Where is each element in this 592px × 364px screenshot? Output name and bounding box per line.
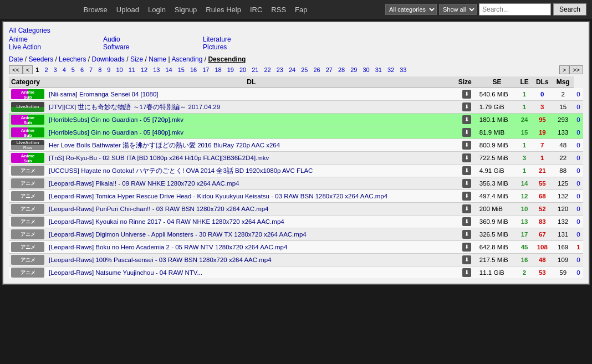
- cat-pictures[interactable]: Pictures: [203, 43, 227, 51]
- download-icon[interactable]: ⬇: [462, 90, 471, 99]
- category-badge[interactable]: アニメ: [11, 191, 44, 201]
- page-num-17[interactable]: 17: [200, 65, 212, 74]
- page-num-8[interactable]: 8: [95, 65, 104, 74]
- download-icon[interactable]: ⬇: [462, 217, 471, 226]
- download-icon[interactable]: ⬇: [462, 230, 471, 239]
- download-icon[interactable]: ⬇: [462, 128, 471, 137]
- search-button[interactable]: Search: [553, 3, 586, 16]
- sort-date[interactable]: Date: [9, 55, 23, 63]
- category-badge[interactable]: アニメ: [11, 268, 44, 278]
- download-icon[interactable]: ⬇: [462, 255, 471, 264]
- torrent-name-link[interactable]: [Leopard-Raws] Tomica Hyper Rescue Drive…: [49, 193, 387, 199]
- nav-browse[interactable]: Browse: [83, 6, 107, 14]
- category-badge[interactable]: Anime Sub: [11, 89, 44, 99]
- torrent-name-link[interactable]: [Leopard-Raws] PuriPuri Chii-chan!! - 03…: [49, 206, 269, 212]
- cat-audio[interactable]: Audio: [103, 35, 120, 43]
- page-num-28[interactable]: 28: [335, 65, 348, 74]
- torrent-name-link[interactable]: [Leopard-Raws] Boku no Hero Academia 2 -…: [49, 244, 287, 250]
- page-num-16[interactable]: 16: [187, 65, 200, 74]
- category-badge[interactable]: LiveAction: [11, 102, 44, 112]
- category-badge[interactable]: アニメ: [11, 229, 44, 239]
- page-num-32[interactable]: 32: [385, 65, 397, 74]
- cat-liveaction[interactable]: Live Action: [9, 43, 41, 51]
- torrent-name-link[interactable]: [JTV][CX] 世にも奇妙な物語 ～17春の特別編～ 2017.04.29: [49, 104, 220, 110]
- category-badge[interactable]: アニメ: [11, 178, 44, 188]
- show-select[interactable]: Show all: [439, 4, 477, 15]
- category-badge[interactable]: Anime Sub: [11, 153, 44, 163]
- nav-rules-help[interactable]: Rules Help: [206, 6, 241, 14]
- category-badge[interactable]: アニメ: [11, 255, 44, 265]
- page-num-7[interactable]: 7: [86, 65, 95, 74]
- nav-signup[interactable]: Signup: [175, 6, 197, 14]
- page-num-19[interactable]: 19: [224, 65, 237, 74]
- page-num-12[interactable]: 12: [138, 65, 150, 74]
- page-num-33[interactable]: 33: [397, 65, 409, 74]
- page-num-13[interactable]: 13: [150, 65, 162, 74]
- sort-ascending[interactable]: Ascending: [171, 55, 202, 63]
- category-badge[interactable]: アニメ: [11, 204, 44, 214]
- page-first[interactable]: <<: [9, 65, 23, 74]
- sort-leechers[interactable]: Leechers: [59, 55, 86, 63]
- page-num-1[interactable]: 1: [33, 65, 42, 74]
- page-num-4[interactable]: 4: [60, 65, 69, 74]
- page-num-22[interactable]: 22: [261, 65, 273, 74]
- page-prev[interactable]: <: [23, 65, 33, 74]
- download-icon[interactable]: ⬇: [462, 192, 471, 201]
- category-badge[interactable]: LiveAction Raw: [11, 140, 44, 150]
- nav-fap[interactable]: Fap: [295, 6, 307, 14]
- download-icon[interactable]: ⬇: [462, 179, 471, 188]
- torrent-name-link[interactable]: [Leopard-Raws] Kyoukai no Rinne 2017 - 0…: [49, 218, 284, 225]
- download-icon[interactable]: ⬇: [462, 153, 471, 162]
- page-num-24[interactable]: 24: [286, 65, 298, 74]
- page-num-9[interactable]: 9: [104, 65, 113, 74]
- page-num-20[interactable]: 20: [237, 65, 249, 74]
- download-icon[interactable]: ⬇: [462, 243, 471, 252]
- category-badge[interactable]: アニメ: [11, 242, 44, 252]
- download-icon[interactable]: ⬇: [462, 204, 471, 213]
- download-icon[interactable]: ⬇: [462, 268, 471, 277]
- cat-software[interactable]: Software: [103, 43, 129, 51]
- page-num-26[interactable]: 26: [310, 65, 323, 74]
- category-badge[interactable]: アニメ: [11, 166, 44, 176]
- nav-login[interactable]: Login: [148, 6, 166, 14]
- page-num-6[interactable]: 6: [78, 65, 86, 74]
- torrent-name-link[interactable]: [HorribleSubs] Gin no Guardian - 05 [480…: [49, 129, 183, 136]
- cat-literature[interactable]: Literature: [203, 35, 231, 43]
- search-input[interactable]: [479, 3, 551, 16]
- page-num-3[interactable]: 3: [51, 65, 60, 74]
- sort-seeders[interactable]: Seeders: [28, 55, 53, 63]
- page-last[interactable]: >>: [569, 65, 583, 74]
- page-num-25[interactable]: 25: [298, 65, 310, 74]
- cat-anime[interactable]: Anime: [9, 35, 28, 43]
- sort-size[interactable]: Size: [130, 55, 143, 63]
- download-icon[interactable]: ⬇: [462, 102, 471, 111]
- nav-irc[interactable]: IRC: [250, 6, 262, 14]
- page-num-11[interactable]: 11: [126, 65, 138, 74]
- torrent-name-link[interactable]: Her Love Boils Bathwater 湯を沸かすほどの熱い愛 201…: [49, 142, 280, 148]
- page-num-27[interactable]: 27: [323, 65, 335, 74]
- page-num-10[interactable]: 10: [113, 65, 125, 74]
- page-num-31[interactable]: 31: [372, 65, 385, 74]
- torrent-name-link[interactable]: [HorribleSubs] Gin no Guardian - 05 [720…: [49, 116, 183, 123]
- torrent-name-link[interactable]: [Leopard-Raws] 100% Pascal-sensei - 03 R…: [49, 257, 272, 263]
- page-num-23[interactable]: 23: [274, 65, 286, 74]
- download-icon[interactable]: ⬇: [462, 141, 471, 150]
- torrent-name-link[interactable]: [Nii-sama] Eromanga Sensei 04 [1080]: [49, 91, 159, 98]
- download-icon[interactable]: ⬇: [462, 166, 471, 175]
- category-select[interactable]: All categories: [385, 4, 437, 15]
- torrent-name-link[interactable]: [UCCUSS] Hayate no Gotoku! ハヤテのごとく! OVA …: [49, 167, 313, 174]
- category-badge[interactable]: Anime Sub: [11, 115, 44, 125]
- page-num-30[interactable]: 30: [360, 65, 372, 74]
- page-num-14[interactable]: 14: [162, 65, 175, 74]
- page-num-18[interactable]: 18: [212, 65, 224, 74]
- nav-rss[interactable]: RSS: [271, 6, 286, 14]
- torrent-name-link[interactable]: [Leopard-Raws] Pikaia!! - 09 RAW NHKE 12…: [49, 180, 239, 187]
- category-badge[interactable]: Anime Sub: [11, 127, 44, 137]
- page-num-5[interactable]: 5: [69, 65, 78, 74]
- category-badge[interactable]: アニメ: [11, 217, 44, 227]
- cat-all[interactable]: All Categories: [9, 27, 50, 34]
- torrent-name-link[interactable]: [Leopard-Raws] Natsume Yuujinchou - 04 R…: [49, 269, 202, 276]
- sort-name[interactable]: Name: [149, 55, 166, 63]
- page-num-15[interactable]: 15: [175, 65, 187, 74]
- nav-upload[interactable]: Upload: [116, 6, 139, 14]
